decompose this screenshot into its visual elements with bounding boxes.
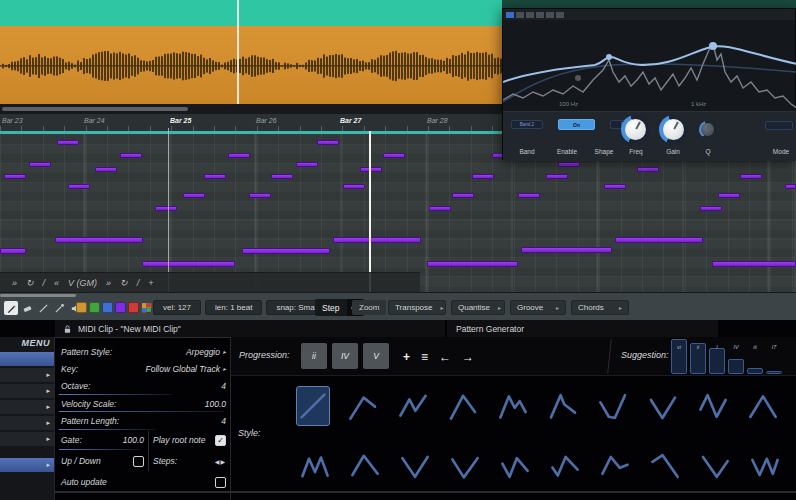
tab-pattern-generator[interactable]: Pattern Generator [447,320,718,337]
style-pattern-valley-3[interactable] [698,446,732,486]
toolbar-scrollbar[interactable] [0,294,76,297]
lane-control[interactable]: + [148,278,153,288]
style-pattern-double-peak[interactable] [298,446,332,486]
style-pattern-peak-step[interactable] [546,386,580,426]
suggestion-chord[interactable]: IV [728,337,744,376]
eq-window-button[interactable] [536,12,544,18]
midi-note[interactable] [242,248,330,254]
midi-note[interactable] [472,174,494,179]
sidebar-item[interactable]: ▸ [0,432,54,446]
q-knob[interactable] [699,121,716,138]
midi-channel-label[interactable]: V (GM) [68,278,97,288]
sidebar-item[interactable] [0,352,54,366]
midi-note[interactable] [95,167,117,172]
mode-button[interactable] [765,121,793,130]
sidebar-item[interactable]: ▸ [0,384,54,398]
eq-window-button[interactable] [506,12,514,18]
enable-button[interactable]: On [558,119,595,130]
scrollbar-thumb[interactable] [2,107,188,111]
midi-note[interactable] [271,174,293,179]
lane-control[interactable]: ↻ [120,278,128,288]
lane-control[interactable]: » [106,278,111,288]
property-value[interactable]: 4 [221,416,226,426]
sidebar-item[interactable]: ▸ [0,458,54,472]
midi-note[interactable] [228,153,250,158]
style-pattern-peak[interactable] [446,386,480,426]
style-pattern-zigzag-n[interactable] [396,386,430,426]
eq-node-dot[interactable] [709,42,717,50]
menu-transpose[interactable]: Transpose▸ [388,300,446,315]
style-pattern-double-valley[interactable] [748,446,782,486]
gain-knob[interactable] [659,115,688,144]
style-pattern-peak-2[interactable] [348,446,382,486]
pencil-tool-button[interactable] [4,301,18,315]
midi-note[interactable] [142,261,235,267]
midi-note[interactable] [700,206,722,211]
menu-groove[interactable]: Groove▸ [510,300,566,315]
midi-note[interactable] [452,193,474,198]
color-swatch[interactable] [102,302,113,313]
midi-note[interactable] [383,153,405,158]
eq-window-button[interactable] [556,12,564,18]
color-swatch[interactable] [128,302,139,313]
eq-window-button[interactable] [546,12,554,18]
menu-quantise[interactable]: Quantise▸ [451,300,505,315]
midi-note[interactable] [718,193,740,198]
sidebar-item[interactable]: ▸ [0,416,54,430]
eq-node-dot[interactable] [575,75,581,81]
midi-note[interactable] [429,206,451,211]
style-pattern-ascending[interactable] [296,386,330,426]
midi-note[interactable] [558,162,580,167]
chord-chip[interactable]: ii [301,343,327,369]
chord-chip[interactable]: IV [332,343,358,369]
list-icon[interactable]: ≡ [421,351,428,363]
style-pattern-peak-notch[interactable] [496,386,530,426]
eq-window-button[interactable] [526,12,534,18]
midi-note[interactable] [546,174,568,179]
midi-note[interactable] [317,140,339,145]
lane-control[interactable]: / [137,278,140,288]
midi-note[interactable] [518,193,540,198]
tab-midi-clip[interactable]: MIDI Clip - "New MIDI Clip" [55,320,445,337]
midi-note[interactable] [604,184,626,189]
eq-window-button[interactable] [516,12,524,18]
property-value[interactable]: 100.0 [205,399,226,409]
style-pattern-peak-shelf[interactable] [598,446,632,486]
midi-note[interactable] [637,167,659,172]
midi-note[interactable] [712,261,796,267]
style-pattern-check[interactable] [596,386,630,426]
freq-knob[interactable] [621,115,650,144]
midi-note[interactable] [249,193,271,198]
midi-note[interactable] [785,184,796,189]
eq-frequency-graph[interactable] [503,20,796,111]
suggestion-chord[interactable]: iii [747,337,763,376]
midi-note[interactable] [183,193,205,198]
style-pattern-valley[interactable] [398,446,432,486]
style-pattern-wide-peak[interactable] [746,386,780,426]
eraser-tool-button[interactable] [20,301,34,315]
color-swatch[interactable] [89,302,100,313]
color-swatch[interactable] [76,302,87,313]
suggestion-chord[interactable]: ii [690,337,706,376]
midi-note[interactable] [68,184,90,189]
eq-node-dot[interactable] [606,54,612,60]
plus-icon[interactable]: + [403,351,410,363]
sidebar-item[interactable]: ▸ [0,400,54,414]
up-down-checkbox[interactable] [133,456,144,467]
property-value[interactable]: 4 [221,381,226,391]
step-button[interactable]: Step [315,299,347,316]
midi-note[interactable] [155,206,177,211]
suggestion-chord[interactable]: I [709,337,725,376]
style-pattern-check-steep[interactable] [646,386,680,426]
ramp-tool-button[interactable] [52,301,66,315]
midi-note[interactable] [0,248,26,254]
property-value[interactable]: Arpeggio ▸ [186,347,226,357]
menu-chords[interactable]: Chords▸ [571,300,629,315]
midi-note[interactable] [4,174,26,179]
chord-chip[interactable]: V [363,343,389,369]
midi-note[interactable] [333,237,421,243]
velocity-field[interactable]: vel: 127 [153,300,201,315]
midi-note[interactable] [55,237,143,243]
lane-control[interactable]: ↻ [26,278,34,288]
style-pattern-peak-drop[interactable] [648,446,682,486]
